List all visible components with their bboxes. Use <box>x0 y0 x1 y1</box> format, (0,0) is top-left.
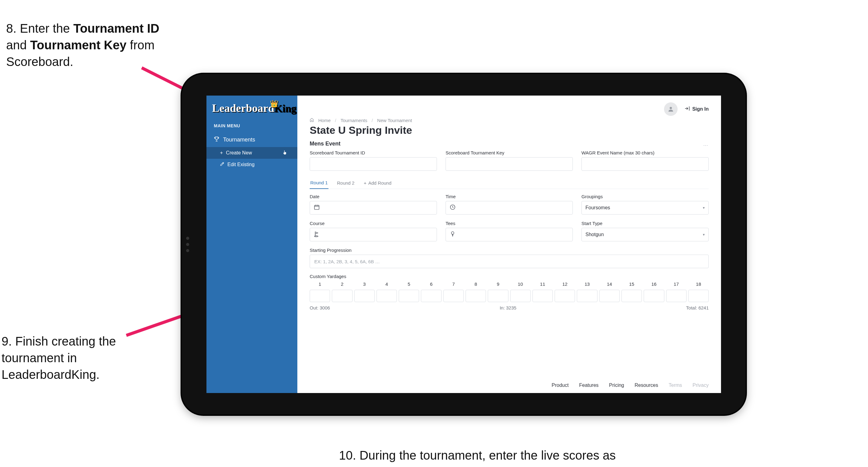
sign-in-label: Sign In <box>692 106 709 112</box>
footer-terms[interactable]: Terms <box>669 383 682 388</box>
hole-yardage-input[interactable] <box>443 290 464 302</box>
starting-progression-label: Starting Progression <box>310 247 709 253</box>
nav-tournaments[interactable]: Tournaments <box>207 133 297 147</box>
footer-links: Product Features Pricing Resources Terms… <box>310 378 709 393</box>
yardage-totals: Out: 3006 In: 3235 Total: 6241 <box>310 305 709 311</box>
home-icon <box>310 118 314 123</box>
hole-yardage-input[interactable] <box>310 290 330 302</box>
section-menu-button[interactable]: ⋯ <box>703 142 709 148</box>
step-10-text: 10. During the tournament, enter the liv… <box>339 447 647 467</box>
hole-number: 18 <box>688 282 709 287</box>
hole-number: 10 <box>510 282 531 287</box>
nav-create-new-label: Create New <box>226 150 252 156</box>
plus-icon: + <box>364 180 366 185</box>
main-menu-label: MAIN MENU <box>207 121 297 133</box>
app-screen: LeaderboardKing 👑 MAIN MENU Tournaments … <box>207 95 721 393</box>
trophy-icon <box>214 136 219 143</box>
scoreboard-key-input[interactable] <box>445 157 573 171</box>
hole-yardage-input[interactable] <box>488 290 508 302</box>
cursor-hand-icon <box>283 150 287 156</box>
course-input[interactable] <box>310 228 437 241</box>
footer-features[interactable]: Features <box>579 383 598 388</box>
date-input[interactable] <box>310 201 437 214</box>
footer-pricing[interactable]: Pricing <box>609 383 624 388</box>
hole-number: 17 <box>666 282 686 287</box>
start-type-select[interactable]: Shotgun ▾ <box>582 228 709 241</box>
tab-round-2[interactable]: Round 2 <box>337 177 355 188</box>
nav-edit-existing-label: Edit Existing <box>227 162 254 167</box>
hole-yardage-input[interactable] <box>510 290 531 302</box>
svg-point-6 <box>452 232 454 234</box>
hole-number: 13 <box>577 282 597 287</box>
section-title: Mens Event <box>310 141 340 147</box>
scoreboard-key-label: Scoreboard Tournament Key <box>445 150 573 155</box>
nav-edit-existing[interactable]: Edit Existing <box>207 159 297 171</box>
avatar[interactable] <box>664 103 678 116</box>
groupings-select[interactable]: Foursomes ▾ <box>582 201 709 214</box>
scoreboard-id-label: Scoreboard Tournament ID <box>310 150 437 155</box>
tab-add-round-label: Add Round <box>368 180 391 185</box>
groupings-label: Groupings <box>582 194 709 199</box>
tablet-frame: LeaderboardKing 👑 MAIN MENU Tournaments … <box>182 74 746 415</box>
hole-number: 1 <box>310 282 330 287</box>
hole-number: 11 <box>532 282 553 287</box>
hole-yardage-input[interactable] <box>621 290 642 302</box>
hole-yardage-input[interactable] <box>332 290 352 302</box>
svg-rect-3 <box>315 205 319 209</box>
step-9-text: 9. Finish creating the tournament in Lea… <box>2 333 131 383</box>
tee-icon <box>450 231 456 238</box>
start-type-value: Shotgun <box>585 232 604 237</box>
starting-progression-input[interactable]: EX: 1, 2A, 2B, 3, 4, 5, 6A, 6B … <box>310 255 709 268</box>
tees-input[interactable] <box>445 228 573 241</box>
hole-number: 4 <box>376 282 397 287</box>
time-input[interactable] <box>445 201 573 214</box>
footer-privacy[interactable]: Privacy <box>693 383 709 388</box>
footer-resources[interactable]: Resources <box>635 383 658 388</box>
hole-yardage-input[interactable] <box>421 290 441 302</box>
step-8-text: 8. Enter the Tournament ID and Tournamen… <box>6 20 166 70</box>
hole-yardage-input[interactable] <box>644 290 664 302</box>
hole-yardage-input[interactable] <box>666 290 686 302</box>
hole-yardage-input[interactable] <box>466 290 486 302</box>
sign-in-button[interactable]: Sign In <box>684 106 709 113</box>
hole-number: 15 <box>621 282 642 287</box>
out-total: Out: 3006 <box>310 305 330 311</box>
nav-tournaments-label: Tournaments <box>223 137 255 143</box>
nav-create-new[interactable]: + Create New <box>207 147 297 159</box>
breadcrumb-tournaments[interactable]: Tournaments <box>340 118 367 123</box>
hole-number: 3 <box>354 282 375 287</box>
hole-yardage-input[interactable] <box>555 290 575 302</box>
bezel-dots <box>186 237 189 252</box>
hole-input-row <box>310 290 709 302</box>
calendar-icon <box>314 204 320 211</box>
tab-add-round[interactable]: + Add Round <box>363 177 392 188</box>
hole-yardage-input[interactable] <box>354 290 375 302</box>
hole-yardage-input[interactable] <box>688 290 709 302</box>
hole-yardage-input[interactable] <box>399 290 419 302</box>
breadcrumb-new-tournament: New Tournament <box>377 118 412 123</box>
hole-yardage-input[interactable] <box>532 290 553 302</box>
topbar: Sign In <box>310 103 709 116</box>
scoreboard-id-input[interactable] <box>310 157 437 171</box>
user-icon <box>668 106 674 113</box>
login-arrow-icon <box>684 106 690 113</box>
hole-number: 12 <box>555 282 575 287</box>
chevron-down-icon: ▾ <box>703 206 705 210</box>
footer-product[interactable]: Product <box>552 383 568 388</box>
breadcrumb-home[interactable]: Home <box>318 118 331 123</box>
hole-number: 8 <box>466 282 486 287</box>
hole-number: 14 <box>599 282 620 287</box>
page-title: State U Spring Invite <box>310 124 709 136</box>
clock-icon <box>450 204 456 211</box>
breadcrumb-sep: / <box>372 118 373 123</box>
hole-number: 7 <box>443 282 464 287</box>
hole-yardage-input[interactable] <box>376 290 397 302</box>
chevron-down-icon: ▾ <box>703 232 705 237</box>
hole-yardage-input[interactable] <box>577 290 597 302</box>
wagr-input[interactable] <box>582 157 709 171</box>
round-tabs: Round 1 Round 2 + Add Round <box>310 177 709 189</box>
tab-round-1[interactable]: Round 1 <box>310 177 329 189</box>
hole-yardage-input[interactable] <box>599 290 620 302</box>
plus-icon: + <box>220 150 223 156</box>
starting-progression-placeholder: EX: 1, 2A, 2B, 3, 4, 5, 6A, 6B … <box>314 259 380 264</box>
